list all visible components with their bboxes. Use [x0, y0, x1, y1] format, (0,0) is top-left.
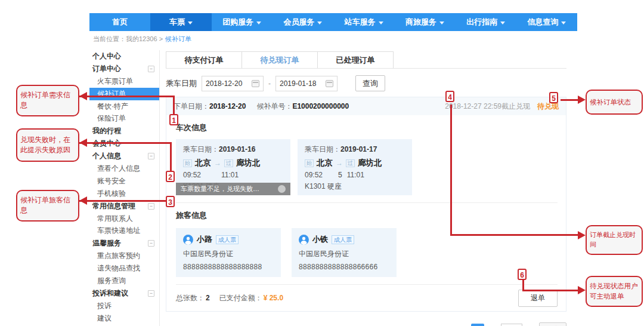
sidebar-section-common-info[interactable]: 常用信息管理 [89, 200, 159, 213]
origin-station: 北京 [317, 158, 333, 168]
collapse-icon[interactable] [148, 66, 154, 72]
top-navbar: 首页 车票 团购服务 会员服务 站车服务 商旅服务 出行指南 信息查询 [89, 13, 577, 31]
pass-badge: 过 [224, 159, 233, 167]
sidebar-section-my-trips[interactable]: 我的行程 [89, 125, 159, 137]
id-type: 中国居民身份证 [299, 249, 389, 259]
nav-item-info-query[interactable]: 信息查询 [516, 13, 577, 31]
calendar-icon[interactable] [252, 80, 259, 87]
nav-item-home[interactable]: 首页 [89, 13, 150, 31]
search-button[interactable]: 查询 [355, 75, 385, 91]
order-card-body: 车次信息 乘车日期：2019-01-16 始 北京 过 廊坊北 09:5211:… [166, 122, 566, 311]
route-arrow-icon [214, 159, 221, 167]
sidebar-item-view-personal-info[interactable]: 查看个人信息 [89, 162, 159, 175]
sidebar-item-train-orders[interactable]: 火车票订单 [89, 75, 159, 88]
date-to-input[interactable]: 2019-01-18 [275, 76, 338, 91]
sidebar-section-personal-info[interactable]: 个人信息 [89, 150, 159, 162]
annotation-arrow-icon [578, 231, 586, 239]
route-arrow-icon [336, 159, 343, 167]
tooltip-more-icon[interactable] [278, 185, 286, 193]
nav-item-group-service[interactable]: 团购服务 [212, 13, 273, 31]
sidebar-section-member-center[interactable]: 会员中心 [89, 137, 159, 150]
sidebar-item-suggestion[interactable]: 建议 [89, 312, 159, 325]
nav-item-tickets[interactable]: 车票 [150, 13, 211, 31]
nav-item-member-service[interactable]: 会员服务 [273, 13, 333, 31]
collapse-icon[interactable] [148, 153, 154, 159]
tab-pending-redemption[interactable]: 待兑现订单 [242, 51, 318, 68]
sidebar-item-insurance-orders[interactable]: 保险订单 [89, 112, 159, 125]
id-type: 中国居民身份证 [183, 249, 274, 259]
sidebar-item-dining[interactable]: 餐饮·特产 [89, 100, 159, 113]
depart-time: 09:52 [305, 171, 323, 179]
sidebar-section-complaints[interactable]: 投诉和建议 [89, 287, 159, 300]
goto-page-input[interactable] [501, 324, 522, 326]
id-number: 8888888888888866666 [299, 263, 389, 271]
nav-item-label: 信息查询 [527, 17, 558, 27]
origin-badge: 始 [305, 159, 314, 167]
nav-item-label: 团购服务 [222, 17, 253, 27]
passenger-card: 小铁 成人票 中国居民身份证 8888888888888866666 [292, 228, 397, 277]
sidebar-item-account-security[interactable]: 账号安全 [89, 175, 159, 187]
nav-item-travel-guide[interactable]: 出行指南 [456, 13, 516, 31]
failure-reason-tooltip: 车票数量不足，兑现失败… [176, 183, 290, 195]
order-card-header: 下单日期： 2018-12-20 候补单号： E1000200000000 20… [166, 97, 566, 115]
user-avatar-icon [183, 235, 193, 245]
sidebar-section-order-center[interactable]: 订单中心 [89, 63, 159, 75]
origin-badge: 始 [183, 159, 192, 167]
ride-date-label: 乘车日期： [183, 145, 219, 153]
order-status-badge: 待兑现 [537, 102, 559, 112]
stray-marker-text: 5 [338, 171, 342, 179]
sidebar-item-waitlist-orders[interactable]: 候补订单 [89, 88, 159, 100]
waitlist-no-value: E1000200000000 [292, 102, 349, 110]
current-page-button[interactable]: 1 [471, 324, 484, 326]
confirm-page-button[interactable]: 确定 [539, 322, 566, 326]
nav-item-business-travel[interactable]: 商旅服务 [394, 13, 455, 31]
callout-passenger-info: 候补订单旅客信息 [16, 190, 79, 222]
date-filter: 乘车日期 2018-12-20 - 2019-01-18 查询 [166, 75, 566, 91]
order-card-footer: 总张数： 2 已支付金额： ¥ 25.0 退单 [176, 285, 558, 311]
collapse-icon[interactable] [148, 240, 154, 247]
nav-item-label: 会员服务 [283, 17, 314, 27]
sidebar-item-complaint[interactable]: 投诉 [89, 300, 159, 312]
sidebar-item-lost-items[interactable]: 遗失物品查找 [89, 262, 159, 275]
ticket-type-badge: 成人票 [332, 235, 354, 244]
sidebar-section-personal-center[interactable]: 个人中心 [89, 50, 159, 63]
breadcrumb-current[interactable]: 候补订单 [165, 35, 191, 42]
collapse-icon[interactable] [148, 203, 154, 210]
train-card-list: 乘车日期：2019-01-16 始 北京 过 廊坊北 09:5211:01 K1… [176, 139, 558, 195]
date-from-input[interactable]: 2018-12-20 [202, 76, 264, 91]
user-avatar-icon [299, 235, 309, 245]
tab-processed[interactable]: 已处理订单 [317, 51, 394, 68]
chevron-down-icon [256, 21, 261, 24]
total-tickets-value: 2 [206, 294, 210, 302]
sidebar-section-care-services[interactable]: 温馨服务 [89, 237, 159, 250]
id-number: 8888888888888888888 [183, 263, 274, 271]
collapse-icon[interactable] [148, 290, 154, 297]
sidebar-item-service-query[interactable]: 服务查询 [89, 275, 159, 287]
nav-item-label: 商旅服务 [405, 17, 436, 27]
chevron-down-icon [439, 21, 444, 24]
breadcrumb-prefix: 当前位置：我的12306 > [93, 35, 163, 42]
sidebar-item-delivery-address[interactable]: 车票快递地址 [89, 224, 159, 237]
sidebar-item-contacts[interactable]: 常用联系人 [89, 213, 159, 225]
pagination: 共1页 1 到 页 确定 [166, 322, 566, 326]
sidebar-item-phone-verification[interactable]: 手机核验 [89, 187, 159, 200]
nav-item-label: 出行指南 [466, 17, 497, 27]
nav-item-label: 车票 [169, 17, 185, 27]
ride-date-value: 2019-01-17 [340, 145, 377, 153]
paid-amount-label: 已支付金额： [219, 293, 262, 303]
page: 首页 车票 团购服务 会员服务 站车服务 商旅服务 出行指南 信息查询 当前位置… [0, 0, 644, 326]
nav-item-station-service[interactable]: 站车服务 [333, 13, 394, 31]
pass-badge: 过 [346, 159, 355, 167]
total-tickets-label: 总张数： [176, 293, 205, 303]
calendar-icon[interactable] [326, 80, 333, 87]
annotation-arrow-icon [578, 96, 586, 104]
waitlist-no-label: 候补单号： [256, 102, 292, 112]
section-divider [176, 202, 558, 203]
callout-order-status: 候补订单状态 [586, 90, 643, 115]
refund-button[interactable]: 退单 [518, 290, 558, 307]
passenger-card-list: 小路 成人票 中国居民身份证 8888888888888888888 小铁 成人… [176, 228, 558, 277]
tab-pending-payment[interactable]: 待支付订单 [166, 51, 242, 68]
date-to-value: 2019-01-18 [280, 79, 326, 88]
train-and-seat: K1301 硬座 [305, 182, 405, 192]
sidebar-item-key-passenger[interactable]: 重点旅客预约 [89, 250, 159, 262]
